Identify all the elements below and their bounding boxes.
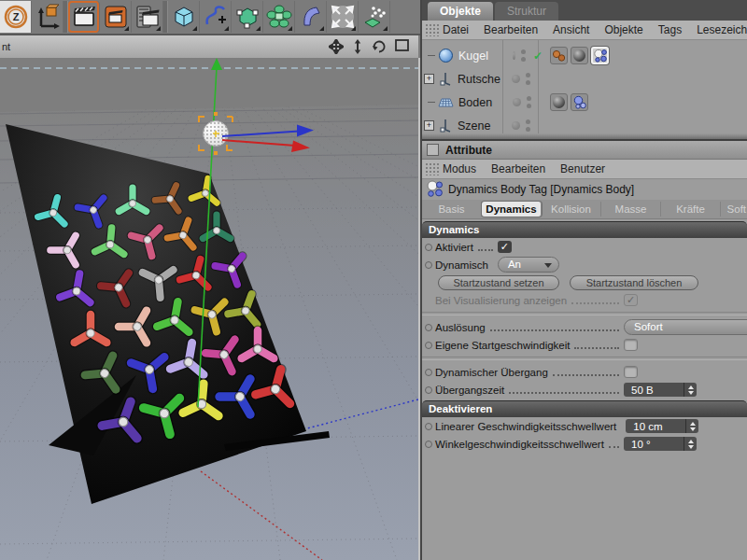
bend-deformer-icon[interactable] bbox=[295, 1, 327, 33]
layer-dot[interactable] bbox=[512, 75, 520, 83]
keyframe-ring-icon[interactable] bbox=[425, 261, 432, 269]
visibility-dot-top[interactable] bbox=[526, 73, 530, 77]
uebergangszeit-field[interactable]: 50 B bbox=[624, 383, 697, 397]
object-name[interactable]: Boden bbox=[458, 96, 507, 109]
keyframe-ring-icon[interactable] bbox=[425, 441, 432, 448]
keyframe-ring-icon[interactable] bbox=[425, 369, 432, 376]
render-queue-icon[interactable] bbox=[132, 1, 163, 33]
visualisierung-checkbox[interactable]: ✓ bbox=[624, 294, 638, 306]
object-row-szene[interactable]: + Szene bbox=[422, 114, 747, 137]
visibility-dot-bottom[interactable] bbox=[521, 57, 526, 62]
menu-tags[interactable]: Tags bbox=[658, 23, 682, 36]
viewport-pan-icon[interactable] bbox=[329, 39, 344, 54]
menu-bearbeiten[interactable]: Bearbeiten bbox=[491, 162, 545, 175]
row-uebergang: Dynamischer Übergang bbox=[422, 363, 747, 381]
aktiviert-checkbox[interactable]: ✓ bbox=[498, 241, 512, 253]
object-row-rutsche[interactable]: + Rutsche bbox=[422, 67, 747, 91]
menu-grip-icon[interactable] bbox=[425, 23, 439, 36]
application-window: Z bbox=[0, 0, 747, 560]
viewport-canvas[interactable] bbox=[0, 58, 420, 560]
visibility-dot-top[interactable] bbox=[527, 96, 531, 101]
menu-benutzer[interactable]: Benutzer bbox=[560, 162, 605, 175]
object-row-kugel[interactable]: Kugel ✓ bbox=[422, 44, 747, 67]
tab-basis[interactable]: Basis bbox=[422, 202, 482, 217]
tab-masse[interactable]: Masse bbox=[601, 202, 661, 217]
tab-soft-body[interactable]: Soft Body bbox=[721, 202, 747, 217]
expand-arrows-icon[interactable] bbox=[327, 1, 359, 33]
viewport-maximize-icon[interactable] bbox=[395, 39, 409, 54]
object-name[interactable]: Rutsche bbox=[458, 73, 506, 86]
material-tag-dark[interactable] bbox=[550, 93, 568, 111]
dynamisch-label: Dynamisch bbox=[435, 259, 488, 271]
menu-datei[interactable]: Datei bbox=[443, 23, 469, 36]
material-tag-dark[interactable] bbox=[571, 47, 588, 64]
layer-dot[interactable] bbox=[513, 98, 521, 106]
keyframe-ring-icon[interactable] bbox=[425, 324, 432, 331]
linear-schwellwert-field[interactable]: 10 cm bbox=[626, 419, 698, 433]
section-header-dynamics: Dynamics bbox=[422, 221, 747, 238]
ausloesung-dropdown[interactable]: Sofort bbox=[624, 319, 747, 335]
tab-struktur[interactable]: Struktur bbox=[495, 2, 558, 21]
tab-dynamics[interactable]: Dynamics bbox=[482, 202, 542, 217]
object-row-boden[interactable]: Boden bbox=[422, 91, 747, 114]
null-object-icon[interactable] bbox=[437, 71, 453, 87]
null-object-icon[interactable] bbox=[437, 118, 453, 133]
startgeschwindigkeit-checkbox[interactable] bbox=[624, 339, 638, 351]
row-startzustand-buttons: Startzustand setzen Startzustand löschen bbox=[422, 273, 747, 291]
array-object-icon[interactable] bbox=[263, 1, 295, 33]
coordinate-axis-icon[interactable] bbox=[32, 1, 63, 33]
visibility-dot-top[interactable] bbox=[521, 49, 526, 54]
layer-dot[interactable] bbox=[512, 121, 520, 130]
attribute-panel-title: Attribute bbox=[445, 144, 492, 157]
uebergang-checkbox[interactable] bbox=[624, 366, 638, 378]
startzustand-loeschen-button[interactable]: Startzustand löschen bbox=[570, 275, 698, 290]
menu-ansicht[interactable]: Ansicht bbox=[553, 23, 589, 36]
menu-bearbeiten[interactable]: Bearbeiten bbox=[484, 23, 538, 36]
viewport-zoom-icon[interactable] bbox=[352, 39, 363, 54]
visibility-dot-bottom[interactable] bbox=[527, 104, 531, 108]
chevron-down-icon bbox=[544, 263, 552, 268]
keyframe-ring-icon[interactable] bbox=[425, 244, 432, 251]
particles-icon[interactable] bbox=[359, 1, 390, 33]
dynamics-body-tag[interactable] bbox=[591, 47, 609, 64]
floor-object-icon[interactable] bbox=[438, 94, 454, 110]
sky bbox=[0, 58, 418, 114]
object-name[interactable]: Kugel bbox=[458, 49, 507, 63]
menu-grip-icon[interactable] bbox=[425, 162, 439, 175]
viewport-rotate-icon[interactable] bbox=[372, 39, 387, 54]
tab-kraefte[interactable]: Kräfte bbox=[661, 202, 721, 217]
z-marker-icon[interactable]: Z bbox=[0, 1, 32, 33]
expand-toggle-icon[interactable]: + bbox=[424, 74, 434, 84]
layer-dot[interactable] bbox=[513, 51, 515, 60]
dynamics-body-tag-icon bbox=[426, 180, 443, 200]
keyframe-ring-icon[interactable] bbox=[425, 386, 432, 394]
dynamisch-dropdown[interactable]: An bbox=[498, 257, 559, 273]
visibility-dot-bottom[interactable] bbox=[526, 127, 530, 132]
menu-modus[interactable]: Modus bbox=[443, 162, 476, 175]
collision-body-tag[interactable] bbox=[571, 93, 588, 111]
keyframe-ring-icon[interactable] bbox=[425, 342, 432, 349]
object-manager-menubar: Datei Bearbeiten Ansicht Objekte Tags Le… bbox=[422, 21, 747, 40]
winkel-schwellwert-field[interactable]: 10 ° bbox=[624, 437, 697, 451]
panel-icon[interactable] bbox=[427, 144, 439, 156]
subdivision-surface-icon[interactable] bbox=[232, 1, 263, 33]
tab-kollision[interactable]: Kollision bbox=[542, 202, 601, 217]
add-primitive-icon[interactable] bbox=[168, 1, 200, 33]
winkel-schwellwert-label: Winkelgeschwindigkeitsschwellwert bbox=[435, 439, 604, 450]
render-view-icon[interactable] bbox=[68, 1, 100, 33]
enabled-check-icon[interactable]: ✓ bbox=[533, 49, 543, 63]
object-manager-tabs: Objekte Struktur bbox=[422, 0, 747, 21]
expand-toggle-icon[interactable]: + bbox=[424, 120, 434, 131]
object-name[interactable]: Szene bbox=[458, 119, 506, 133]
menu-objekte[interactable]: Objekte bbox=[604, 23, 642, 36]
render-settings-icon[interactable] bbox=[100, 1, 132, 33]
visibility-dot-bottom[interactable] bbox=[526, 80, 530, 85]
menu-lesezeichen[interactable]: Lesezeichen bbox=[697, 23, 747, 36]
visibility-dot-top[interactable] bbox=[526, 119, 530, 124]
keyframe-ring-icon[interactable] bbox=[425, 423, 432, 430]
startzustand-setzen-button[interactable]: Startzustand setzen bbox=[438, 275, 559, 290]
tab-objekte[interactable]: Objekte bbox=[428, 2, 493, 21]
add-spline-icon[interactable] bbox=[200, 1, 232, 33]
sphere-object-icon[interactable] bbox=[438, 48, 454, 63]
material-tag-orange[interactable] bbox=[550, 47, 568, 64]
